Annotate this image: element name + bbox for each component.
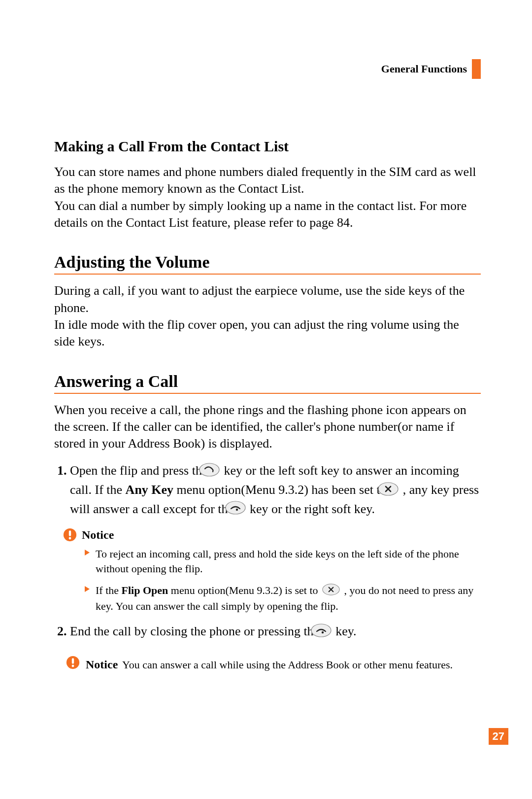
x-key-icon xyxy=(391,482,399,500)
heading-answering-call: Answering a Call xyxy=(54,372,481,394)
step-1: 1. Open the flip and press the key or th… xyxy=(54,462,481,519)
end-key-icon xyxy=(238,501,246,519)
notice-label-2: Notice xyxy=(86,658,118,671)
end-key-icon xyxy=(324,624,332,642)
svg-rect-11 xyxy=(72,658,74,663)
svg-point-12 xyxy=(72,664,74,667)
header-square-marker xyxy=(472,59,481,79)
step-2-text-a: End the call by closing the phone or pre… xyxy=(70,624,323,638)
orange-arrow-icon xyxy=(84,585,91,593)
svg-point-8 xyxy=(311,624,331,637)
svg-point-9 xyxy=(321,631,323,633)
notice-exclaim-icon xyxy=(66,656,80,669)
step-2: 2. End the call by closing the phone or … xyxy=(54,623,481,642)
para-making-call: You can store names and phone numbers di… xyxy=(54,164,481,231)
svg-rect-5 xyxy=(69,530,71,536)
notice-1-text: To reject an incoming call, press and ho… xyxy=(96,547,481,576)
x-key-icon xyxy=(322,584,340,599)
para-adjusting-volume: During a call, if you want to adjust the… xyxy=(54,282,481,350)
step-1-text-e: key or the right soft key. xyxy=(247,502,375,516)
notice-2-bold-flipopen: Flip Open xyxy=(122,584,168,596)
svg-point-6 xyxy=(69,537,71,540)
step-2-number: 2. xyxy=(57,624,67,638)
heading-adjusting-volume: Adjusting the Volume xyxy=(54,253,481,275)
svg-point-0 xyxy=(200,463,219,476)
subheading-making-call: Making a Call From the Contact List xyxy=(54,138,481,155)
notice-label-1: Notice xyxy=(82,528,114,542)
notice-block-2: Notice You can answer a call while using… xyxy=(66,656,481,672)
step-1-text-c: menu option(Menu 9.3.2) has been set to xyxy=(173,483,390,497)
notice-item-1: To reject an incoming call, press and ho… xyxy=(84,547,481,576)
svg-point-2 xyxy=(226,501,245,514)
step-1-bold-anykey: Any Key xyxy=(126,483,174,497)
orange-arrow-icon xyxy=(84,549,91,556)
send-key-icon xyxy=(212,463,220,481)
para-answering-intro: When you receive a call, the phone rings… xyxy=(54,402,481,452)
step-2-text-b: key. xyxy=(332,624,357,638)
notice-2-text: If the Flip Open menu option(Menu 9.3.2)… xyxy=(96,583,481,614)
step-1-text-a: Open the flip and press the xyxy=(70,463,211,478)
notice-exclaim-icon xyxy=(63,528,77,542)
notice-item-2: If the Flip Open menu option(Menu 9.3.2)… xyxy=(84,583,481,614)
svg-point-3 xyxy=(235,509,237,511)
step-1-number: 1. xyxy=(57,463,67,478)
header-label: General Functions xyxy=(381,63,467,75)
notice-block-1: Notice To reject an incoming call, press… xyxy=(54,528,481,614)
notice-3-text: You can answer a call while using the Ad… xyxy=(122,659,453,671)
page-number: 27 xyxy=(489,728,508,745)
